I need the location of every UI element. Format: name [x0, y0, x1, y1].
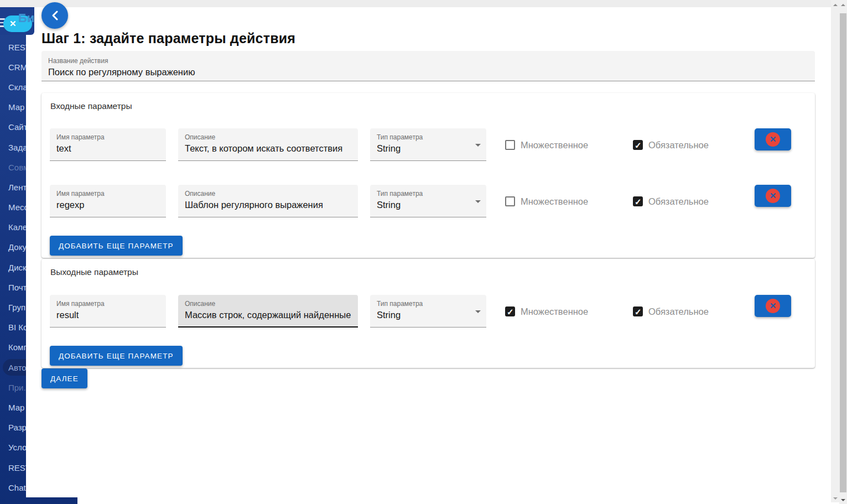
- chevron-down-icon: [475, 310, 481, 313]
- param-name-field[interactable]: Имя параметра text: [50, 128, 166, 161]
- checkbox-label: Множественное: [521, 306, 588, 317]
- checkbox-box[interactable]: ✓: [633, 306, 643, 316]
- checkbox-label: Обязательное: [648, 196, 709, 207]
- sidebar-item-label: Скла: [8, 82, 28, 92]
- multiple-checkbox[interactable]: ✓ Множественное: [505, 191, 588, 212]
- field-value: result: [56, 308, 159, 322]
- param-type-select[interactable]: Тип параметра String: [370, 185, 486, 217]
- sidebar-item-label: Кале: [8, 222, 27, 232]
- input-parameters-card: Входные параметры Имя параметра text Опи…: [41, 93, 815, 258]
- check-icon: ✓: [635, 308, 642, 316]
- logo-text: Би: [18, 12, 34, 25]
- checkbox-box[interactable]: ✓: [505, 140, 515, 150]
- section-title: Входные параметры: [50, 101, 132, 111]
- required-checkbox[interactable]: ✓ Обязательное: [633, 134, 709, 155]
- multiple-checkbox[interactable]: ✓ Множественное: [505, 301, 588, 322]
- field-label: Описание: [185, 300, 351, 308]
- sidebar-item-label: Разр: [8, 423, 27, 432]
- checkbox-label: Множественное: [521, 140, 588, 150]
- delete-param-button[interactable]: ✕: [755, 185, 791, 207]
- delete-icon: ✕: [766, 299, 780, 313]
- chevron-down-icon: [475, 144, 481, 147]
- page-title: Шаг 1: задайте параметры действия: [41, 30, 295, 46]
- sidebar-item-label: Зада: [8, 143, 28, 152]
- field-label: Описание: [185, 133, 351, 142]
- scroll-up-icon[interactable]: [841, 4, 845, 6]
- param-name-field[interactable]: Имя параметра regexp: [50, 185, 166, 217]
- next-step-button[interactable]: ДАЛЕЕ: [41, 368, 87, 388]
- multiple-checkbox[interactable]: ✓ Множественное: [505, 134, 588, 155]
- sidebar-item-label: Груп: [8, 303, 25, 312]
- chevron-down-icon: [475, 200, 481, 203]
- field-label: Имя параметра: [56, 133, 159, 142]
- sidebar-item-label: Авто: [8, 363, 27, 372]
- field-label: Тип параметра: [377, 133, 480, 142]
- param-name-field[interactable]: Имя параметра result: [50, 295, 166, 328]
- field-value: Массив строк, содержащий найденные: [185, 308, 351, 322]
- required-checkbox[interactable]: ✓ Обязательное: [633, 301, 709, 322]
- param-description-field[interactable]: Описание Массив строк, содержащий найден…: [178, 295, 358, 328]
- checkbox-label: Множественное: [521, 196, 588, 207]
- field-label: Тип параметра: [377, 190, 480, 198]
- sidebar-item-label: Chat: [8, 483, 26, 492]
- checkbox-box[interactable]: ✓: [633, 196, 643, 206]
- field-value: Поиск по регулярному выражению: [48, 65, 808, 79]
- param-type-select[interactable]: Тип параметра String: [370, 128, 486, 161]
- field-label: Тип параметра: [377, 300, 480, 308]
- delete-param-button[interactable]: ✕: [755, 128, 791, 150]
- checkbox-label: Обязательное: [648, 306, 709, 317]
- action-name-field[interactable]: Название действия Поиск по регулярному в…: [41, 51, 815, 81]
- scroll-down-icon[interactable]: [841, 499, 845, 501]
- field-value: Текст, в котором искать соответствия: [185, 142, 351, 155]
- close-icon: ✕: [9, 18, 17, 29]
- sidebar-item-label: Месс: [8, 202, 28, 212]
- sidebar-item-label: Лент: [8, 183, 27, 192]
- check-icon: ✓: [507, 308, 514, 316]
- add-param-button[interactable]: ДОБАВИТЬ ЕЩЕ ПАРАМЕТР: [50, 236, 183, 256]
- field-label: Название действия: [48, 57, 808, 65]
- check-icon: ✓: [635, 141, 642, 149]
- param-row: Имя параметра result Описание Массив стр…: [41, 295, 815, 328]
- check-icon: ✓: [635, 198, 642, 206]
- scroll-down-icon[interactable]: [833, 497, 838, 500]
- param-type-select[interactable]: Тип параметра String: [370, 295, 486, 328]
- sidebar-item-label: Мар: [8, 403, 24, 412]
- add-param-button[interactable]: ДОБАВИТЬ ЕЩЕ ПАРАМЕТР: [50, 346, 183, 366]
- field-value: regexp: [56, 198, 159, 212]
- field-value: Шаблон регулярного выражения: [185, 198, 351, 212]
- field-value: String: [377, 142, 480, 155]
- scroll-up-icon[interactable]: [833, 4, 838, 6]
- slider-panel: Шаг 1: задайте параметры действия Назван…: [26, 7, 831, 497]
- field-value: String: [377, 198, 480, 212]
- sidebar-item-label: Комп: [8, 342, 28, 352]
- delete-param-button[interactable]: ✕: [755, 295, 791, 317]
- sidebar-item-label: Почт: [8, 283, 27, 292]
- output-parameters-card: Выходные параметры Имя параметра result …: [41, 259, 815, 368]
- field-value: text: [56, 142, 159, 155]
- sidebar-item-label: BI Ко: [8, 323, 28, 332]
- delete-icon: ✕: [766, 189, 780, 203]
- delete-icon: ✕: [766, 132, 780, 147]
- checkbox-label: Обязательное: [648, 140, 709, 150]
- back-button[interactable]: [41, 2, 68, 29]
- field-label: Имя параметра: [56, 190, 159, 198]
- sidebar-item-label: Диск: [8, 263, 27, 272]
- sidebar-item-label: Сайт: [8, 122, 28, 132]
- sidebar-item-label: Доку: [8, 242, 27, 252]
- outer-scrollbar[interactable]: [839, 0, 847, 504]
- param-description-field[interactable]: Описание Шаблон регулярного выражения: [178, 185, 358, 217]
- top-strip: [0, 0, 847, 7]
- required-checkbox[interactable]: ✓ Обязательное: [633, 191, 709, 212]
- checkbox-box[interactable]: ✓: [505, 196, 515, 206]
- param-row: Имя параметра regexp Описание Шаблон рег…: [41, 185, 815, 217]
- param-description-field[interactable]: Описание Текст, в котором искать соответ…: [178, 128, 358, 161]
- sidebar-item-label: CRM: [8, 63, 27, 72]
- field-label: Имя параметра: [56, 300, 159, 308]
- chevron-left-icon: [51, 11, 58, 20]
- checkbox-box[interactable]: ✓: [633, 140, 643, 150]
- sidebar-item-label: Мар: [8, 102, 24, 112]
- checkbox-box[interactable]: ✓: [505, 306, 515, 316]
- scrollbar-thumb[interactable]: [840, 13, 846, 492]
- sidebar-item-label: При.: [8, 383, 26, 392]
- inner-scrollbar[interactable]: [831, 0, 839, 502]
